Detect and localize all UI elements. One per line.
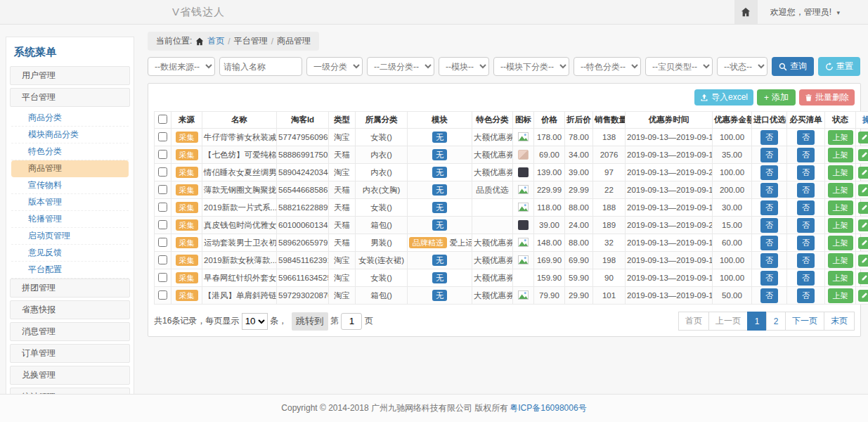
edit-icon [861,292,868,299]
add-button[interactable]: + 添加 [757,89,796,106]
user-menu[interactable]: 欢迎您，管理员! ▾ [758,6,868,18]
status-button[interactable]: 上架 [828,200,853,215]
sidebar-item-feature-category[interactable]: 特色分类 [11,143,129,160]
import-select-toggle[interactable]: 否 [760,253,778,268]
row-checkbox[interactable] [158,255,167,264]
page-button-上一页[interactable]: 上一页 [708,312,748,331]
import-select-toggle[interactable]: 否 [760,130,778,145]
sidebar-item-order-mgmt[interactable]: 订单管理 [10,344,130,363]
import-select-toggle[interactable]: 否 [760,165,778,180]
edit-button[interactable] [858,290,868,302]
sidebar-item-promo-materials[interactable]: 宣传物料 [11,177,129,194]
row-checkbox[interactable] [158,238,167,247]
feature-category-select[interactable]: --特色分类-- [574,57,641,76]
status-button[interactable]: 上架 [828,183,853,198]
sidebar-item-group-buy-mgmt[interactable]: 拼团管理 [10,279,130,298]
row-checkbox[interactable] [158,167,167,177]
import-select-toggle[interactable]: 否 [760,236,778,250]
must-buy-toggle[interactable]: 否 [797,288,815,303]
row-checkbox[interactable] [158,273,167,282]
module-select[interactable]: --模块-- [439,57,489,76]
jump-page-input[interactable] [341,313,362,330]
page-button-1[interactable]: 1 [747,312,767,331]
must-buy-toggle[interactable]: 否 [797,165,815,180]
import-select-toggle[interactable]: 否 [760,200,778,215]
status-button[interactable]: 上架 [828,165,853,180]
home-button[interactable] [734,0,758,24]
breadcrumb-home-link[interactable]: 首页 [207,35,224,47]
row-checkbox[interactable] [158,220,167,229]
must-buy-toggle[interactable]: 否 [797,148,815,162]
sidebar-item-splash-page-mgmt[interactable]: 启动页管理 [11,228,129,245]
status-button[interactable]: 上架 [828,218,853,233]
reset-button[interactable]: 重置 [818,57,860,76]
batch-delete-button[interactable]: 批量删除 [799,89,855,106]
page-size-select[interactable]: 10 [242,313,268,330]
edit-button[interactable] [858,132,868,143]
import-select-toggle[interactable]: 否 [760,148,778,162]
status-button[interactable]: 上架 [828,288,853,303]
status-button[interactable]: 上架 [828,130,853,145]
sidebar-item-carousel-mgmt[interactable]: 轮播管理 [11,211,129,228]
sidebar-item-goods-mgmt[interactable]: 商品管理 [11,160,129,177]
must-buy-toggle[interactable]: 否 [797,183,815,198]
sidebar-item-user-mgmt[interactable]: 用户管理 [10,66,130,85]
import-select-toggle[interactable]: 否 [760,271,778,286]
edit-button[interactable] [858,149,868,161]
page-button-2[interactable]: 2 [766,312,786,331]
status-button[interactable]: 上架 [828,236,853,250]
page-button-首页[interactable]: 首页 [678,312,709,331]
sidebar-item-version-mgmt[interactable]: 版本管理 [11,194,129,211]
sidebar-item-feedback[interactable]: 意见反馈 [11,245,129,262]
module-badge: 无 [432,272,447,283]
status-button[interactable]: 上架 [828,271,853,286]
edit-button[interactable] [858,272,868,284]
edit-button[interactable] [858,167,868,179]
must-buy-toggle[interactable]: 否 [797,271,815,286]
sidebar-item-message-mgmt[interactable]: 消息管理 [10,322,130,341]
item-type-select[interactable]: --宝贝类型-- [645,57,713,76]
data-source-select[interactable]: --数据来源-- [148,57,215,76]
row-checkbox[interactable] [158,132,167,141]
jump-button[interactable]: 跳转到 [292,312,328,331]
sidebar-item-platform-config[interactable]: 平台配置 [11,262,129,279]
status-button[interactable]: 上架 [828,148,853,162]
row-checkbox[interactable] [158,185,167,194]
edit-button[interactable] [858,219,868,231]
page-button-下一页[interactable]: 下一页 [785,312,824,331]
must-buy-toggle[interactable]: 否 [797,236,815,250]
import-select-toggle[interactable]: 否 [760,288,778,303]
icp-link[interactable]: 粤ICP备16098006号 [510,402,586,414]
must-buy-toggle[interactable]: 否 [797,253,815,268]
row-checkbox[interactable] [158,290,167,300]
level1-category-select[interactable]: 一级分类 [306,57,363,76]
edit-button[interactable] [858,255,868,267]
source-cell: 采集 [171,234,202,252]
level2-category-select[interactable]: --二级分类-- [367,57,434,76]
import-select-toggle[interactable]: 否 [760,183,778,198]
must-buy-toggle[interactable]: 否 [797,130,815,145]
sidebar-item-goods-category[interactable]: 商品分类 [11,110,129,127]
sidebar-item-platform-mgmt[interactable]: 平台管理 [10,88,130,107]
row-checkbox[interactable] [158,150,167,159]
module-subcategory-select[interactable]: --模块下分类-- [493,57,569,76]
edit-button[interactable] [858,184,868,196]
must-buy-toggle[interactable]: 否 [797,218,815,233]
select-all-checkbox[interactable] [158,115,167,124]
name-search-input[interactable] [219,57,302,76]
search-button[interactable]: 查询 [772,57,814,76]
sidebar-item-province-news[interactable]: 省惠快报 [10,300,130,319]
page-button-末页[interactable]: 末页 [824,312,855,331]
row-checkbox[interactable] [158,203,167,212]
edit-button[interactable] [858,237,868,249]
edit-button[interactable] [858,202,868,214]
discount-price-cell: 34.00 [565,146,593,164]
operations-cell [856,217,868,234]
status-select[interactable]: --状态-- [717,57,767,76]
import-select-toggle[interactable]: 否 [760,218,778,233]
sidebar-item-exchange-mgmt[interactable]: 兑换管理 [10,366,130,385]
import-excel-button[interactable]: 导入excel [694,89,753,106]
sidebar-item-module-goods-category[interactable]: 模块商品分类 [11,127,129,143]
must-buy-toggle[interactable]: 否 [797,200,815,215]
status-button[interactable]: 上架 [828,253,853,268]
